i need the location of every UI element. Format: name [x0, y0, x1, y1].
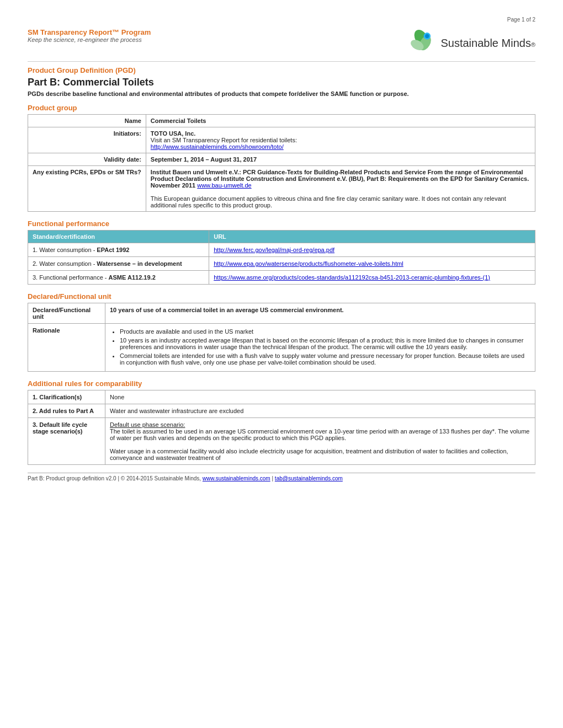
table-row: 1. Clarification(s) None [28, 390, 535, 404]
ar-row3-extra: Water usage in a commercial facility wou… [110, 448, 530, 461]
report-title: SM Transparency Report™ Program [28, 28, 151, 36]
ar-row3-label: 3. Default life cycle stage scenario(s) [28, 418, 105, 465]
ar-row1-value: None [105, 390, 535, 404]
header-divider [28, 61, 535, 62]
product-group-heading: Product group [28, 104, 535, 112]
fp-row2-url: http://www.epa.gov/watersense/products/f… [209, 257, 535, 271]
footer-website-link[interactable]: www.sustainableminds.com [203, 475, 270, 481]
section-heading: Product Group Definition (PGD) [28, 66, 535, 74]
dfu-rationale-row: Rationale Products are available and use… [28, 324, 535, 372]
report-subtitle: Keep the science, re-engineer the proces… [28, 36, 151, 43]
dfu-unit-value: 10 years of use of a commercial toilet i… [105, 303, 535, 324]
functional-performance-heading: Functional performance [28, 220, 535, 228]
fp-row2-link[interactable]: http://www.epa.gov/watersense/products/f… [214, 260, 403, 267]
fp-header-row: Standard/certification URL [28, 231, 535, 243]
part-title: Part B: Commercial Toilets [28, 77, 535, 88]
dfu-heading: Declared/Functional unit [28, 292, 535, 301]
product-group-table: Name Commercial Toilets Initiators: TOTO… [28, 114, 535, 212]
dfu-unit-row: Declared/Functional unit 10 years of use… [28, 303, 535, 324]
fp-row2-standard: 2. Water consumption - Watersense – in d… [28, 257, 209, 271]
fp-row3-url: https://www.asme.org/products/codes-stan… [209, 271, 535, 285]
pg-validity-value: September 1, 2014 – August 31, 2017 [146, 153, 535, 166]
initiators-link[interactable]: http://www.sustainableminds.com/showroom… [151, 143, 284, 150]
default-use-phase-label: Default use phase scenario: [110, 421, 185, 428]
table-row: 1. Water consumption - EPAct 1992 http:/… [28, 243, 535, 257]
ar-row1-label: 1. Clarification(s) [28, 390, 105, 404]
bau-umwelt-link[interactable]: www.bau-umwelt.de [197, 182, 251, 189]
footer-bar: Part B: Product group definition v2.0 | … [28, 473, 535, 481]
fp-row1-standard: 1. Water consumption - EPAct 1992 [28, 243, 209, 257]
fp-col-standard: Standard/certification [28, 231, 209, 243]
part-subtitle: PGDs describe baseline functional and en… [28, 90, 535, 97]
fp-row1-url: http://www.ferc.gov/legal/maj-ord-reg/ep… [209, 243, 535, 257]
fp-row1-link[interactable]: http://www.ferc.gov/legal/maj-ord-reg/ep… [214, 247, 334, 253]
svg-point-4 [426, 34, 429, 38]
pg-name-label: Name [28, 115, 146, 127]
list-item: Products are available and used in the U… [120, 328, 530, 335]
footer-email-link[interactable]: tab@sustainableminds.com [275, 475, 343, 481]
additional-rules-table: 1. Clarification(s) None 2. Add rules to… [28, 390, 535, 465]
dfu-rationale-label: Rationale [28, 324, 105, 372]
logo-text: Sustainable Minds® [440, 37, 535, 50]
table-row: Any existing PCRs, EPDs or SM TRs? Insti… [28, 166, 535, 212]
header-area: SM Transparency Report™ Program Keep the… [28, 28, 535, 58]
table-row: Name Commercial Toilets [28, 115, 535, 127]
table-row: 3. Functional performance - ASME A112.19… [28, 271, 535, 285]
fp-col-url: URL [209, 231, 535, 243]
pg-validity-label: Validity date: [28, 153, 146, 166]
table-row: Initiators: TOTO USA, Inc. Visit an SM T… [28, 127, 535, 153]
table-row: 2. Water consumption - Watersense – in d… [28, 257, 535, 271]
table-row: 2. Add rules to Part A Water and wastewa… [28, 404, 535, 418]
logo-area: Sustainable Minds® [406, 28, 535, 58]
list-item: Commercial toilets are intended for use … [120, 352, 530, 366]
ar-row2-value: Water and wastewater infrastructure are … [105, 404, 535, 418]
footer-copyright: © 2014-2015 Sustainable Minds, [121, 475, 201, 481]
pg-name-value: Commercial Toilets [146, 115, 535, 127]
table-row: Validity date: September 1, 2014 – Augus… [28, 153, 535, 166]
header-left: SM Transparency Report™ Program Keep the… [28, 28, 151, 43]
ar-row3-value: Default use phase scenario: The toilet i… [105, 418, 535, 465]
dfu-table: Declared/Functional unit 10 years of use… [28, 303, 535, 372]
functional-performance-table: Standard/certification URL 1. Water cons… [28, 230, 535, 285]
rationale-list: Products are available and used in the U… [120, 328, 530, 366]
page-number: Page 1 of 2 [28, 17, 535, 23]
fp-row3-link[interactable]: https://www.asme.org/products/codes-stan… [214, 274, 490, 281]
pg-initiators-value: TOTO USA, Inc. Visit an SM Transparency … [146, 127, 535, 153]
pg-initiators-label: Initiators: [28, 127, 146, 153]
pg-existing-label: Any existing PCRs, EPDs or SM TRs? [28, 166, 146, 212]
ar-row2-label: 2. Add rules to Part A [28, 404, 105, 418]
fp-row3-standard: 3. Functional performance - ASME A112.19… [28, 271, 209, 285]
dfu-unit-label: Declared/Functional unit [28, 303, 105, 324]
table-row: 3. Default life cycle stage scenario(s) … [28, 418, 535, 465]
pg-existing-value: Institut Bauen und Umwelt e.V.: PCR Guid… [146, 166, 535, 212]
additional-rules-heading: Additional rules for comparability [28, 379, 535, 388]
dfu-rationale-value: Products are available and used in the U… [105, 324, 535, 372]
footer-part-label: Part B: Product group definition v2.0 [28, 475, 116, 481]
list-item: 10 years is an industry accepted average… [120, 337, 530, 350]
sustainable-minds-logo-icon [406, 28, 436, 58]
